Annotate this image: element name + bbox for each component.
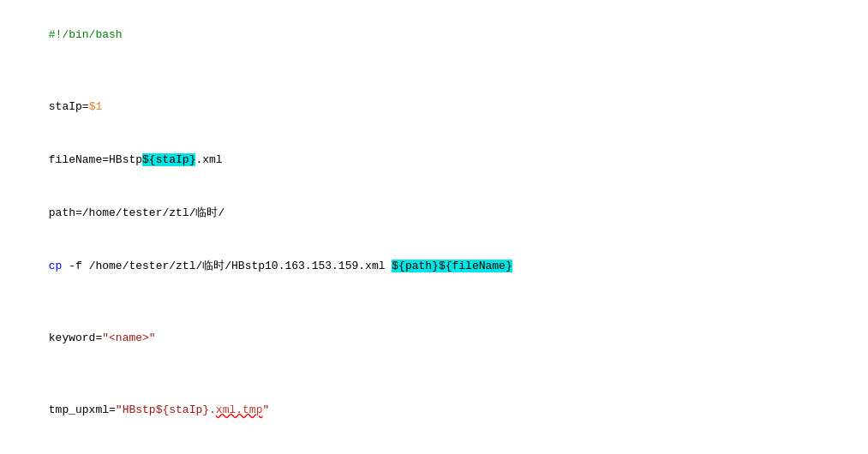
line-1-content: #!/bin/bash (0, 9, 123, 61)
line-10-content: tmp_upxml="HBstp${staIp}.xml.tmp" (0, 385, 269, 436)
tmp-str-end: " (262, 403, 269, 416)
staIp-value: $1 (89, 100, 103, 113)
fileName-label: fileName=HBstp (49, 153, 142, 166)
line-5: path=/home/tester/ztl/临时/ (0, 187, 868, 240)
path-fileName-highlight: ${path}${fileName} (392, 260, 512, 272)
fileName-ext: .xml (195, 153, 222, 166)
tmp-assign: tmp_upxml= (49, 403, 116, 416)
line-8: keyword="<name>" (0, 312, 868, 365)
line-3: staIp=$1 (0, 81, 868, 134)
keyword-assign: keyword= (49, 332, 102, 344)
line-10: tmp_upxml="HBstp${staIp}.xml.tmp" (0, 384, 868, 437)
tmp-str-start: "HBstp${staIp}. (116, 403, 216, 416)
line-7 (0, 293, 868, 312)
cp-command: cp (49, 260, 63, 272)
path-assign: path=/home/tester/ztl/临时/ (49, 206, 224, 219)
keyword-value: "<name>" (102, 332, 155, 344)
line-4: fileName=HBstp${staIp}.xml (0, 134, 868, 187)
code-editor: #!/bin/bash staIp=$1 fileName=HBstp${sta… (0, 0, 868, 454)
line-4-content: fileName=HBstp${staIp}.xml (0, 134, 223, 186)
tmp-underline: xml.tmp (216, 403, 263, 416)
line-9 (0, 365, 868, 384)
line-5-content: path=/home/tester/ztl/临时/ (0, 188, 224, 239)
line-6-content: cp -f /home/tester/ztl/临时/HBstp10.163.15… (0, 241, 512, 292)
line-3-content: staIp=$1 (0, 81, 102, 133)
line-11 (0, 437, 868, 454)
cp-args: -f /home/tester/ztl/临时/HBstp10.163.153.1… (62, 260, 392, 272)
line-1: #!/bin/bash (0, 9, 868, 62)
staIp-highlight: ${staIp} (142, 153, 195, 166)
line-6: cp -f /home/tester/ztl/临时/HBstp10.163.15… (0, 240, 868, 293)
staIp-var: staIp= (49, 100, 89, 113)
line-2 (0, 62, 868, 81)
line-8-content: keyword="<name>" (0, 313, 156, 364)
shebang: #!/bin/bash (49, 28, 123, 41)
